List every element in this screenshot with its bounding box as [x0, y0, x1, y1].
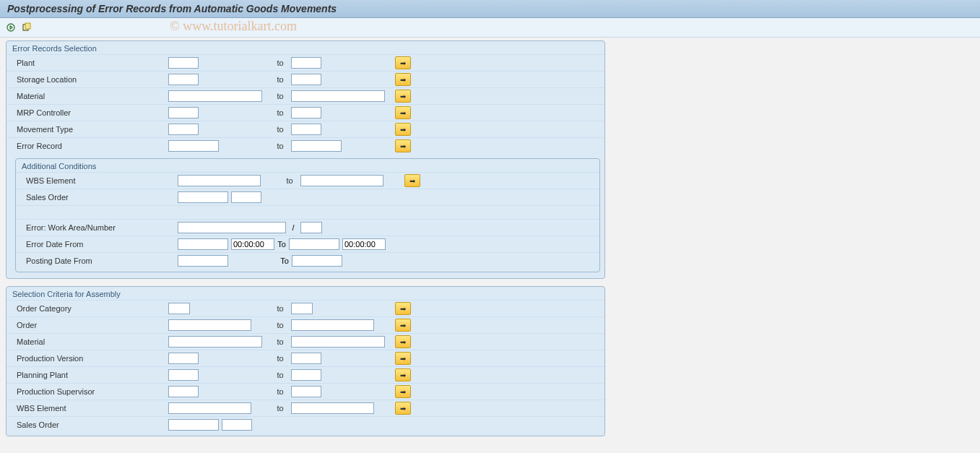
wbs2-to-input[interactable] — [291, 402, 374, 414]
error-time-to-input[interactable] — [342, 238, 386, 250]
to-label: to — [269, 304, 291, 313]
slash-label: / — [286, 223, 300, 232]
order-category-from-input[interactable] — [168, 303, 190, 314]
to-label: to — [269, 404, 291, 413]
window-title-bar: Postprocessing of Error Records from Aut… — [0, 0, 980, 18]
multi-select-icon[interactable]: ➡ — [404, 174, 420, 187]
material2-from-input[interactable] — [168, 336, 262, 348]
svg-rect-2 — [25, 23, 30, 29]
error-work-number-input[interactable] — [300, 222, 322, 233]
storage-location-to-input[interactable] — [291, 74, 321, 85]
posting-date-to-input[interactable] — [292, 255, 342, 267]
production-supervisor-to-input[interactable] — [291, 386, 321, 397]
wbs-to-input[interactable] — [300, 175, 383, 186]
execute-icon[interactable] — [4, 21, 17, 34]
multi-select-icon[interactable]: ➡ — [395, 368, 411, 381]
row-sales-order: Sales Order — [16, 189, 599, 205]
sales-order2-input[interactable] — [168, 419, 219, 431]
sales-order-item-input[interactable] — [231, 191, 261, 203]
multi-select-icon[interactable]: ➡ — [395, 139, 411, 152]
page-title: Postprocessing of Error Records from Aut… — [7, 3, 337, 14]
error-record-to-input[interactable] — [291, 140, 342, 152]
row-movement-type: Movement Type to ➡ — [6, 121, 604, 137]
order-category-to-input[interactable] — [291, 303, 313, 314]
movement-type-from-input[interactable] — [168, 124, 199, 135]
label-order-category: Order Category — [17, 304, 168, 313]
label-material2: Material — [17, 337, 168, 346]
production-supervisor-from-input[interactable] — [168, 386, 199, 397]
to-label: to — [269, 337, 291, 346]
svg-point-0 — [7, 24, 14, 31]
spacer — [16, 205, 599, 219]
to-label: to — [269, 142, 291, 150]
production-version-from-input[interactable] — [168, 353, 199, 364]
error-work-area-input[interactable] — [178, 222, 286, 233]
multi-select-icon[interactable]: ➡ — [395, 335, 411, 348]
material-from-input[interactable] — [168, 90, 262, 102]
multi-select-icon[interactable]: ➡ — [395, 106, 411, 119]
toolbar — [0, 18, 980, 38]
label-material: Material — [17, 92, 168, 100]
production-version-to-input[interactable] — [291, 353, 321, 364]
row-order: Order to ➡ — [6, 316, 604, 333]
movement-type-to-input[interactable] — [291, 124, 321, 135]
multi-select-icon[interactable]: ➡ — [395, 402, 411, 415]
row-wbs-element2: WBS Element to ➡ — [6, 400, 604, 416]
group-error-records: Error Records Selection Plant to ➡ Stora… — [6, 40, 605, 279]
plant-to-input[interactable] — [291, 57, 321, 69]
to-label: to — [269, 371, 291, 379]
order-to-input[interactable] — [291, 319, 374, 331]
material2-to-input[interactable] — [291, 336, 385, 348]
multi-select-icon[interactable]: ➡ — [395, 352, 411, 365]
to-label: to — [269, 387, 291, 396]
to-label: to — [269, 125, 291, 134]
label-wbs-element: WBS Element — [26, 176, 178, 185]
group-additional-conditions: Additional Conditions WBS Element to ➡ S… — [15, 158, 600, 272]
label-error-work: Error: Work Area/Number — [26, 223, 178, 232]
label-wbs-element2: WBS Element — [17, 404, 168, 413]
multi-select-icon[interactable]: ➡ — [395, 56, 411, 69]
label-production-supervisor: Production Supervisor — [17, 387, 168, 396]
material-to-input[interactable] — [291, 90, 385, 102]
multi-select-icon[interactable]: ➡ — [395, 385, 411, 398]
sales-order2-item-input[interactable] — [222, 419, 252, 431]
posting-date-from-input[interactable] — [178, 255, 228, 267]
row-error-date-from: Error Date From To — [16, 236, 599, 252]
planning-plant-from-input[interactable] — [168, 369, 199, 381]
to-label: to — [269, 354, 291, 363]
content-area: Error Records Selection Plant to ➡ Stora… — [0, 36, 980, 453]
error-date-to-input[interactable] — [289, 238, 339, 250]
row-plant: Plant to ➡ — [6, 54, 604, 71]
mrp-controller-from-input[interactable] — [168, 107, 199, 118]
to-label: To — [274, 240, 289, 249]
row-error-record: Error Record to ➡ — [6, 137, 604, 154]
order-from-input[interactable] — [168, 319, 251, 331]
error-time-from-input[interactable] — [231, 238, 274, 250]
multi-select-icon[interactable]: ➡ — [395, 302, 411, 315]
to-label: to — [279, 176, 300, 185]
error-record-from-input[interactable] — [168, 140, 219, 152]
label-error-record: Error Record — [17, 142, 168, 150]
to-label: to — [269, 92, 291, 100]
label-mrp-controller: MRP Controller — [17, 108, 168, 117]
storage-location-from-input[interactable] — [168, 74, 199, 85]
row-sales-order2: Sales Order — [6, 416, 604, 433]
row-production-version: Production Version to ➡ — [6, 350, 604, 366]
multi-select-icon[interactable]: ➡ — [395, 73, 411, 86]
error-date-from-input[interactable] — [178, 238, 228, 250]
multi-select-icon[interactable]: ➡ — [395, 319, 411, 332]
wbs2-from-input[interactable] — [168, 402, 251, 414]
multi-select-icon[interactable]: ➡ — [395, 90, 411, 103]
label-storage-location: Storage Location — [17, 75, 168, 84]
row-error-work: Error: Work Area/Number / — [16, 219, 599, 236]
multi-select-icon[interactable]: ➡ — [395, 123, 411, 136]
label-sales-order2: Sales Order — [17, 420, 168, 429]
variant-icon[interactable] — [20, 21, 33, 34]
mrp-controller-to-input[interactable] — [291, 107, 321, 118]
label-planning-plant: Planning Plant — [17, 371, 168, 379]
sales-order-input[interactable] — [178, 191, 228, 203]
planning-plant-to-input[interactable] — [291, 369, 321, 381]
plant-from-input[interactable] — [168, 57, 199, 69]
wbs-from-input[interactable] — [178, 175, 261, 186]
label-production-version: Production Version — [17, 354, 168, 363]
